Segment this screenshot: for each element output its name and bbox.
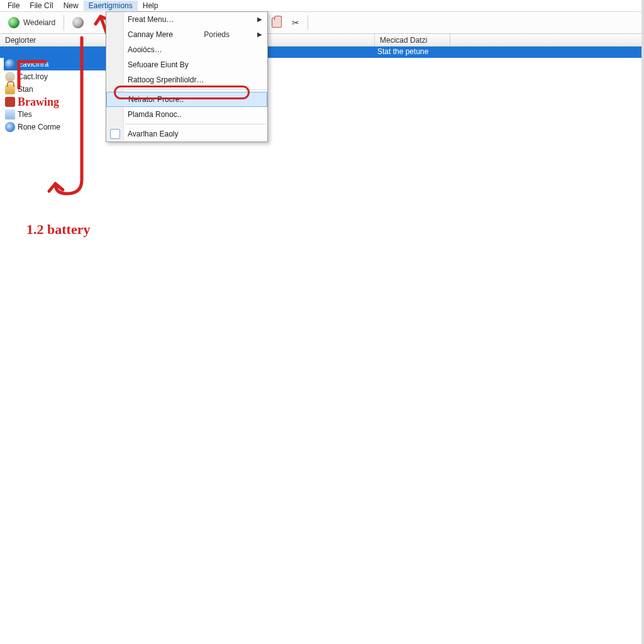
tree-item-label: Stan [18,85,33,94]
tree-panel: Eavlcinra Cact.Iroy Stan Brawing Tles Ro… [4,58,111,133]
calendar-icon [110,129,120,139]
toolbar-sphere-button[interactable] [68,14,88,31]
car-icon [5,97,15,107]
tree-item-label: Rone Corme [18,123,60,131]
scissors-icon: ✂ [292,18,299,28]
table-row-selected[interactable]: Stat the petune [0,47,644,58]
menu-bar: File File Cīl New Eaertigmions Help [0,0,644,11]
right-scrollbar[interactable] [641,0,644,644]
menuitem-sub-label: Porieds [204,30,230,39]
menuitem-label: Sefuoare Eiunt By [128,60,189,69]
tree-item-cactiroy[interactable]: Cact.Iroy [4,70,111,83]
menu-file[interactable]: File [3,1,25,11]
toolbar-cut-button[interactable]: ✂ [287,14,304,31]
menu-file-ctl[interactable]: File Cīl [25,1,58,11]
menuitem-label: Freat Menu… [128,15,174,24]
tree-item-label-anno: Brawing [18,96,59,109]
tree-item-label: Eavlcinra [18,60,48,69]
table-header: Deglorter Mecicad Datzi [0,34,644,47]
group-icon [5,72,15,82]
menu-eaertigmions[interactable]: Eaertigmions [84,1,138,11]
menu-separator [125,124,266,125]
menuitem-cannay-mere[interactable]: Cannay Mere Porieds ▶ [106,27,267,42]
menuitem-label: Aooiócs… [128,45,162,54]
toolbar-wedeiard-label: Wedeiard [23,18,55,27]
dropdown-menu: Freat Menu… ▶ Cannay Mere Porieds ▶ Aooi… [106,11,268,142]
annotation-label-battery: 1.2 battery [26,221,90,238]
menuitem-freat-menu[interactable]: Freat Menu… ▶ [106,12,267,27]
menuitem-rattoog[interactable]: Rattoog Srperihlioldr… [106,72,267,87]
lock-icon [5,84,15,94]
globe-icon [8,17,19,28]
clipboard-icon [272,18,282,28]
menu-help[interactable]: Help [138,1,164,11]
menu-new[interactable]: New [58,1,84,11]
menuitem-label: Avarlhan Eaoly [128,130,179,138]
col-deglorter[interactable]: Deglorter [0,34,112,46]
col-fill [450,34,644,46]
tree-item-eavlcinra[interactable]: Eavlcinra [4,58,111,70]
toolbar: Wedeiard ✂ [0,11,644,34]
menuitem-neirator-procre[interactable]: Neirator Procre.. [106,92,267,107]
menuitem-avarlhan-eaoly[interactable]: Avarlhan Eaoly [106,126,267,142]
menuitem-plamda-ronoc[interactable]: Plamda Ronoc.. [106,107,267,122]
toolbar-clipboard-button[interactable] [267,14,286,31]
tree-item-tles[interactable]: Tles [4,108,111,121]
sphere-icon [72,17,84,28]
row-col2-value: Stat the petune [377,47,428,56]
chevron-right-icon: ▶ [257,31,262,38]
disc-icon [5,122,15,132]
menuitem-label: Neirator Procre.. [128,95,184,104]
toolbar-separator [64,15,64,30]
tree-item-ronecorme[interactable]: Rone Corme [4,121,111,133]
tree-item-stan[interactable]: Stan [4,83,111,96]
menuitem-label: Cannay Mere [128,30,173,39]
folder-icon [5,109,15,119]
menuitem-aooiocs[interactable]: Aooiócs… [106,42,267,57]
col-mecicad-datzi[interactable]: Mecicad Datzi [375,34,450,46]
chevron-right-icon: ▶ [257,16,262,23]
menuitem-label: Rattoog Srperihlioldr… [128,75,204,84]
world-icon [5,59,15,69]
toolbar-wedeiard-button[interactable]: Wedeiard [4,14,60,31]
menuitem-sefuoare[interactable]: Sefuoare Eiunt By [106,57,267,72]
tree-item-label: Cact.Iroy [18,72,48,81]
tree-item-label: Tles [18,110,32,119]
menu-separator [125,89,266,90]
menuitem-label: Plamda Ronoc.. [128,110,181,119]
tree-item-brawing[interactable]: Brawing [4,96,111,108]
toolbar-separator [308,15,308,30]
